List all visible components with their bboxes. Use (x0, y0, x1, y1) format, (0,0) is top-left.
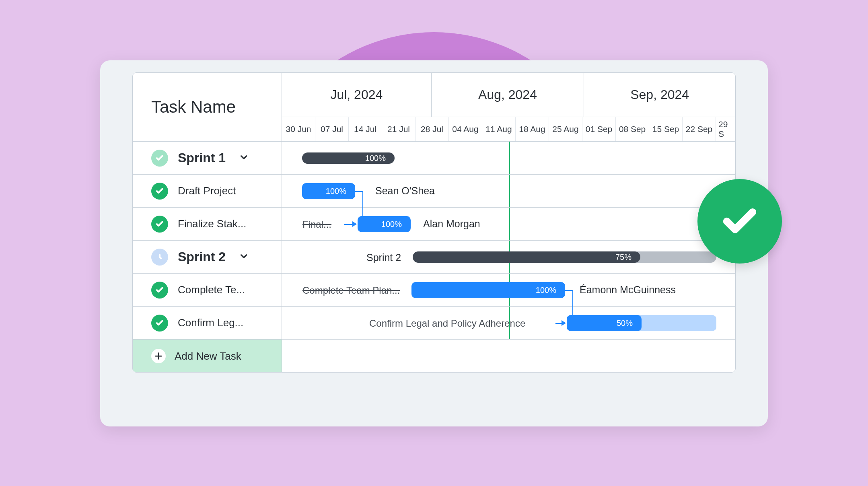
sprint1-progress-bar[interactable]: 100% (302, 152, 395, 164)
sprint2-progress-outer[interactable]: 75% (413, 251, 716, 263)
task-row-finalize-stakeholders: Finalize Stak... Final... 100% Alan Morg… (133, 208, 735, 241)
draft-project-bar[interactable]: 100% (302, 183, 355, 199)
header-row: Task Name Jul, 2024 Aug, 2024 Sep, 2024 … (133, 73, 735, 142)
week-cell[interactable]: 08 Sep (616, 117, 649, 141)
sprint1-name: Sprint 1 (178, 150, 226, 165)
complete-team-bar[interactable]: 100% (411, 282, 565, 298)
plus-icon (151, 349, 166, 363)
dependency-line (355, 191, 363, 192)
gantt-card: Task Name Jul, 2024 Aug, 2024 Sep, 2024 … (100, 60, 768, 426)
month-aug[interactable]: Aug, 2024 (432, 73, 584, 117)
week-cell[interactable]: 11 Aug (482, 117, 516, 141)
sprint1-timeline: 100% (282, 142, 735, 174)
check-icon (151, 150, 168, 167)
draft-project-name: Draft Project (178, 185, 236, 197)
complete-team-name: Complete Te... (178, 284, 245, 296)
month-sep[interactable]: Sep, 2024 (584, 73, 735, 117)
dependency-arrow-icon (562, 320, 566, 326)
confirm-legal-progress: 50% (617, 319, 633, 328)
sprint-row-sprint1: Sprint 1 100% (133, 142, 735, 175)
add-task-label: Add New Task (175, 350, 241, 362)
finalize-name: Finalize Stak... (178, 218, 247, 230)
complete-team-link-label: Complete Team Plan... (302, 285, 400, 296)
sprint1-progress-label: 100% (365, 154, 386, 163)
today-marker-line (509, 142, 510, 174)
week-cell[interactable]: 28 Jul (415, 117, 449, 141)
sprint2-progress-fill: 75% (413, 251, 640, 263)
confirm-legal-timeline: Confirm Legal and Policy Adherence 50% (282, 307, 735, 339)
add-task-timeline-empty (282, 340, 735, 373)
months-row: Jul, 2024 Aug, 2024 Sep, 2024 (282, 73, 735, 117)
complete-team-timeline: Complete Team Plan... 100% Éamonn McGuin… (282, 274, 735, 306)
week-cell[interactable]: 15 Sep (649, 117, 683, 141)
complete-team-left[interactable]: Complete Te... (133, 274, 282, 306)
sprint1-header[interactable]: Sprint 1 (133, 142, 282, 174)
finalize-assignee: Alan Morgan (423, 218, 480, 230)
sprint2-timeline: Sprint 2 75% (282, 241, 735, 273)
confirm-legal-name: Confirm Leg... (178, 317, 243, 329)
week-cell[interactable]: 29 S (716, 117, 734, 141)
sprint2-progress-label: 75% (615, 253, 631, 262)
finalize-truncated-label: Final... (302, 219, 331, 230)
add-task-row: Add New Task (133, 340, 735, 373)
big-check-badge (697, 179, 782, 264)
week-cell[interactable]: 22 Sep (683, 117, 716, 141)
month-jul[interactable]: Jul, 2024 (282, 73, 432, 117)
finalize-progress: 100% (381, 220, 402, 229)
check-icon (151, 183, 168, 200)
check-icon (151, 282, 168, 299)
confirm-legal-left[interactable]: Confirm Leg... (133, 307, 282, 339)
gantt-container: Task Name Jul, 2024 Aug, 2024 Sep, 2024 … (132, 72, 736, 373)
week-cell[interactable]: 21 Jul (382, 117, 415, 141)
weeks-row: 30 Jun07 Jul14 Jul21 Jul28 Jul04 Aug11 A… (282, 117, 735, 141)
chevron-down-icon[interactable] (239, 152, 249, 164)
task-name-header-label: Task Name (151, 97, 236, 117)
finalize-timeline: Final... 100% Alan Morgan (282, 208, 735, 240)
task-row-draft-project: Draft Project 100% Sean O'Shea (133, 175, 735, 208)
week-cell[interactable]: 30 Jun (282, 117, 315, 141)
draft-project-timeline: 100% Sean O'Shea (282, 175, 735, 207)
body-rows: Sprint 1 100% Dra (133, 142, 735, 373)
sprint2-inline-label: Sprint 2 (366, 252, 401, 264)
week-cell[interactable]: 14 Jul (349, 117, 382, 141)
draft-project-assignee: Sean O'Shea (375, 185, 435, 197)
complete-team-assignee: Éamonn McGuinness (580, 284, 676, 296)
check-icon (151, 216, 168, 233)
chevron-down-icon[interactable] (239, 251, 249, 263)
dependency-arrow-icon (352, 221, 357, 227)
sprint-row-sprint2: Sprint 2 Sprint 2 75% (133, 241, 735, 274)
finalize-bar[interactable]: 100% (358, 216, 411, 232)
week-cell[interactable]: 18 Aug (516, 117, 549, 141)
timeline-header: Jul, 2024 Aug, 2024 Sep, 2024 30 Jun07 J… (282, 73, 735, 141)
week-cell[interactable]: 07 Jul (315, 117, 349, 141)
dependency-line (344, 224, 352, 225)
finalize-left[interactable]: Finalize Stak... (133, 208, 282, 240)
clock-icon (151, 249, 168, 266)
confirm-legal-link-label: Confirm Legal and Policy Adherence (369, 318, 525, 329)
sprint2-header[interactable]: Sprint 2 (133, 241, 282, 273)
task-row-complete-team: Complete Te... Complete Team Plan... 100… (133, 274, 735, 307)
sprint2-name: Sprint 2 (178, 249, 226, 264)
check-icon (151, 315, 168, 332)
today-marker-line (509, 175, 510, 207)
add-task-button[interactable]: Add New Task (133, 340, 282, 373)
week-cell[interactable]: 04 Aug (449, 117, 482, 141)
complete-team-progress: 100% (536, 286, 556, 295)
column-header-task-name[interactable]: Task Name (133, 73, 282, 141)
confirm-legal-fill: 50% (567, 315, 642, 331)
week-cell[interactable]: 01 Sep (582, 117, 616, 141)
draft-project-left[interactable]: Draft Project (133, 175, 282, 207)
task-row-confirm-legal: Confirm Leg... Confirm Legal and Policy … (133, 307, 735, 340)
confirm-legal-outer[interactable]: 50% (567, 315, 716, 331)
today-marker-line (509, 208, 510, 240)
dependency-line (565, 290, 573, 291)
draft-project-progress: 100% (326, 187, 346, 196)
week-cell[interactable]: 25 Aug (549, 117, 582, 141)
